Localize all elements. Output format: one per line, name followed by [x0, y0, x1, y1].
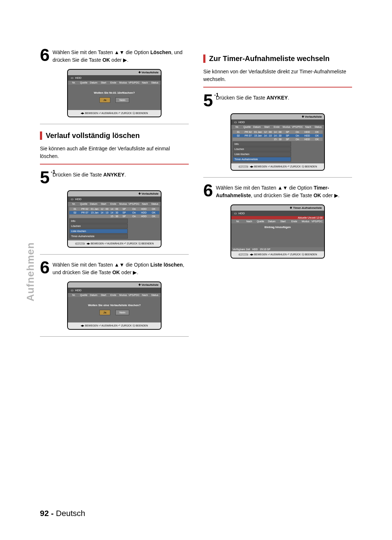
osd-footer: ◀▶ BEWEGEN ⏎ AUSWÄHLEN ↶ ZURÜCK ⓧ BEENDE… [68, 110, 161, 117]
step-number: 5-1 [203, 93, 213, 108]
step-number: 5-1 [40, 170, 50, 185]
dialog-yes-button[interactable]: Ja [99, 97, 110, 103]
page-number: 92 - Deutsch [40, 509, 85, 518]
osd-title: Verlaufsliste [138, 192, 159, 195]
osd-device: HDD [68, 196, 161, 202]
context-menu-item[interactable]: Info [69, 219, 128, 223]
side-tab-label: Aufnehmen [25, 242, 36, 301]
osd-title: Timer-Aufnahmeliste [290, 206, 322, 210]
dialog-message: Wollen Sie eine Verlaufsliste löschen? [69, 304, 159, 307]
osd-title: Verlaufsliste [138, 283, 159, 287]
osd-device: HDD [231, 119, 324, 125]
step-number: 6 [40, 260, 50, 275]
section-description: Sie können auch alle Einträge der Verlau… [40, 145, 189, 160]
osd-footer: Anykey ◀▶ BEWEGEN ⏎ AUSWÄHLEN ↶ ZURÜCK ⓧ… [231, 251, 324, 258]
osd-columns: Nr.QuelleDatumStartEndeModusVPS/PDCNachS… [68, 293, 161, 297]
osd-device: HDD [68, 288, 161, 293]
dialog-no-button[interactable]: Nein [115, 310, 129, 315]
context-menu-item[interactable]: Löschen [233, 147, 291, 151]
dialog-yes-button[interactable]: Ja [99, 310, 110, 315]
osd-verlaufsliste-menu-timer: Verlaufsliste HDD Nr.QuelleDatumStartEnd… [230, 113, 325, 171]
step-text: Drücken Sie die Taste ANYKEY. [53, 170, 126, 179]
dialog-message: Wollen Sie Nr.01 10xf6schen? [69, 91, 159, 94]
context-menu-item[interactable]: Löschen [69, 224, 128, 228]
right-column: Zur Timer-Aufnahmeliste wechseln Sie kön… [203, 47, 352, 342]
osd-columns: Nr.QuelleDatumStartEndeModusVPS/PDCNachS… [68, 81, 161, 85]
step-text: Wählen Sie mit den Tasten ▲▼ die Option … [216, 183, 352, 199]
osd-footer: Anykey ◀▶ BEWEGEN ⏎ AUSWÄHLEN ↶ ZURÜCK ⓧ… [68, 240, 161, 247]
section-description: Sie können von der Verlaufsliste direkt … [203, 68, 352, 83]
context-menu-item[interactable]: Timer-Aufnahmeliste [233, 157, 291, 162]
osd-verlaufsliste-delete-all: Verlaufsliste HDD Nr.QuelleDatumStartEnd… [67, 281, 162, 330]
osd-verlaufsliste-menu-liste-loeschen: Verlaufsliste HDD Nr.QuelleDatumStartEnd… [67, 190, 162, 248]
step-number: 6 [40, 47, 50, 63]
context-menu-item[interactable]: Info [233, 142, 291, 146]
osd-columns: Nr.QuelleDatumStartEndeModusVPS/PDCNachS… [231, 125, 324, 129]
context-menu-item[interactable]: Liste löschen [233, 152, 291, 157]
osd-footer: ◀▶ BEWEGEN ⏎ AUSWÄHLEN ↶ ZURÜCK ⓧ BEENDE… [68, 322, 161, 329]
section-heading: Zur Timer-Aufnahmeliste wechseln [203, 54, 352, 63]
osd-columns: Nr.NachQuelleDatumStartEndeModusVPS/PDC [231, 219, 324, 223]
add-entry-row[interactable]: Eintrag hinzufügen [231, 223, 324, 231]
context-menu-item[interactable]: Timer-Aufnahmeliste [69, 234, 128, 239]
osd-verlaufsliste-delete-one: Verlaufsliste HDD Nr.QuelleDatumStartEnd… [67, 69, 162, 117]
step-number: 6 [203, 183, 213, 198]
osd-title: Verlaufsliste [302, 115, 322, 118]
available-time-bar: Verfügbare Zeit HDD 29:10 SP [231, 247, 324, 251]
dialog-no-button[interactable]: Nein [115, 97, 129, 103]
step-text: Drücken Sie die Taste ANYKEY. [216, 93, 289, 102]
section-heading: Verlauf vollständig löschen [40, 131, 189, 140]
osd-title: Verlaufsliste [138, 71, 159, 74]
osd-columns: Nr.QuelleDatumStartEndeModusVPS/PDCNachS… [68, 202, 161, 206]
osd-current-time: Aktuelle Uhrzeit 12:00 [231, 216, 324, 219]
osd-timer-aufnahmeliste: Timer-Aufnahmeliste HDD Aktuelle Uhrzeit… [230, 204, 325, 259]
osd-footer: Anykey ◀▶ BEWEGEN ⏎ AUSWÄHLEN ↶ ZURÜCK ⓧ… [231, 163, 324, 170]
step-text: Wählen Sie mit den Tasten ▲▼ die Option … [53, 47, 189, 64]
step-text: Wählen Sie mit den Tasten ▲▼ die Option … [53, 260, 189, 276]
context-menu-item[interactable]: Liste löschen [69, 229, 128, 234]
osd-device: HDD [231, 211, 324, 216]
osd-device: HDD [68, 75, 161, 81]
left-column: 6 Wählen Sie mit den Tasten ▲▼ die Optio… [40, 47, 189, 342]
